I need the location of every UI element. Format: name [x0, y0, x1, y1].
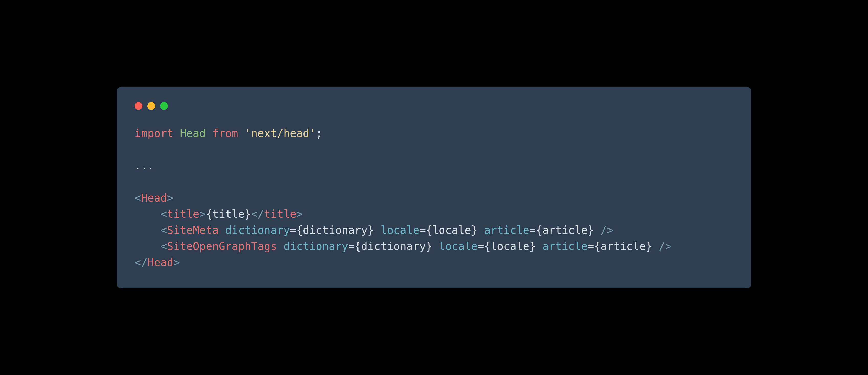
jsx-expr: {article} [594, 240, 652, 253]
indent [134, 240, 160, 253]
tag-bracket: </ [134, 256, 148, 269]
tag-head: Head [141, 192, 167, 204]
tag-selfclose: /> [600, 224, 614, 236]
indent [134, 224, 160, 236]
attr-locale: locale [380, 224, 420, 236]
indent [134, 208, 160, 220]
jsx-expr: {locale} [484, 240, 536, 253]
identifier-head: Head [180, 127, 206, 140]
tag-bracket: < [160, 240, 167, 253]
maximize-icon[interactable] [160, 102, 168, 110]
tag-head-close: Head [148, 256, 174, 269]
keyword-import: import [134, 127, 174, 140]
string-value: next/head [251, 127, 309, 140]
jsx-expr: {article} [536, 224, 594, 236]
close-icon[interactable] [134, 102, 142, 110]
attr-dictionary: dictionary [283, 240, 348, 253]
keyword-from: from [212, 127, 238, 140]
window-titlebar [134, 102, 734, 110]
attr-article: article [542, 240, 588, 253]
jsx-expr: {title} [206, 208, 251, 220]
tag-siteog: SiteOpenGraphTags [167, 240, 277, 253]
tag-bracket: > [167, 192, 173, 204]
equals: = [588, 240, 594, 253]
string-quote: ' [309, 127, 316, 140]
jsx-expr: {dictionary} [355, 240, 432, 253]
code-window: import Head from 'next/head'; ... <Head>… [117, 87, 751, 288]
tag-sitemeta: SiteMeta [167, 224, 219, 236]
minimize-icon[interactable] [147, 102, 155, 110]
attr-locale: locale [439, 240, 478, 253]
tag-bracket: > [296, 208, 303, 220]
tag-selfclose: /> [659, 240, 672, 253]
code-block: import Head from 'next/head'; ... <Head>… [134, 125, 734, 270]
equals: = [420, 224, 426, 236]
semicolon: ; [316, 127, 322, 140]
tag-bracket: < [160, 208, 167, 220]
ellipsis: ... [134, 159, 154, 172]
tag-title-close: title [264, 208, 296, 220]
tag-bracket: < [134, 192, 141, 204]
equals: = [290, 224, 296, 236]
equals: = [348, 240, 355, 253]
tag-bracket: > [199, 208, 206, 220]
jsx-expr: {dictionary} [296, 224, 374, 236]
tag-title: title [167, 208, 199, 220]
tag-bracket: </ [251, 208, 264, 220]
tag-bracket: < [160, 224, 167, 236]
equals: = [529, 224, 536, 236]
string-quote: ' [245, 127, 251, 140]
jsx-expr: {locale} [426, 224, 477, 236]
tag-bracket: > [174, 256, 180, 269]
attr-dictionary: dictionary [225, 224, 290, 236]
equals: = [477, 240, 484, 253]
attr-article: article [484, 224, 529, 236]
